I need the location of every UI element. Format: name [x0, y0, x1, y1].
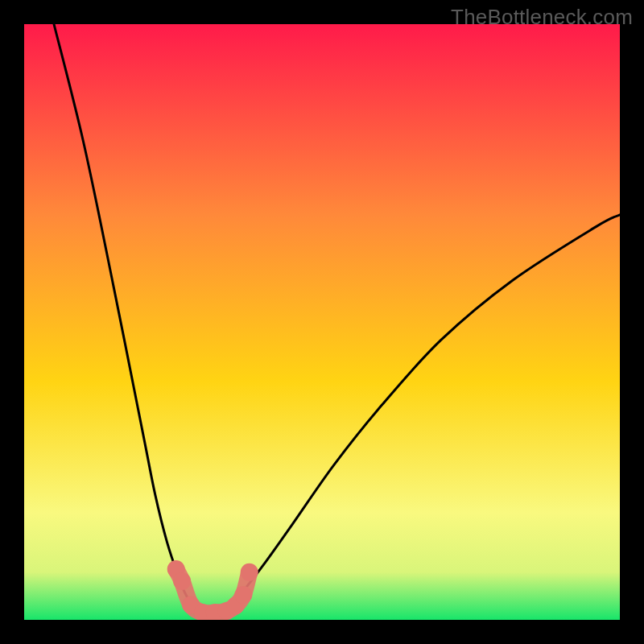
plot-area — [24, 24, 620, 620]
marker-dot — [234, 586, 252, 604]
marker-dot — [173, 572, 191, 590]
marker-dot — [241, 564, 258, 581]
watermark-text: TheBottleneck.com — [451, 5, 633, 30]
gradient-background — [24, 24, 620, 620]
outer-frame: TheBottleneck.com — [0, 0, 644, 644]
chart-svg — [24, 24, 620, 620]
